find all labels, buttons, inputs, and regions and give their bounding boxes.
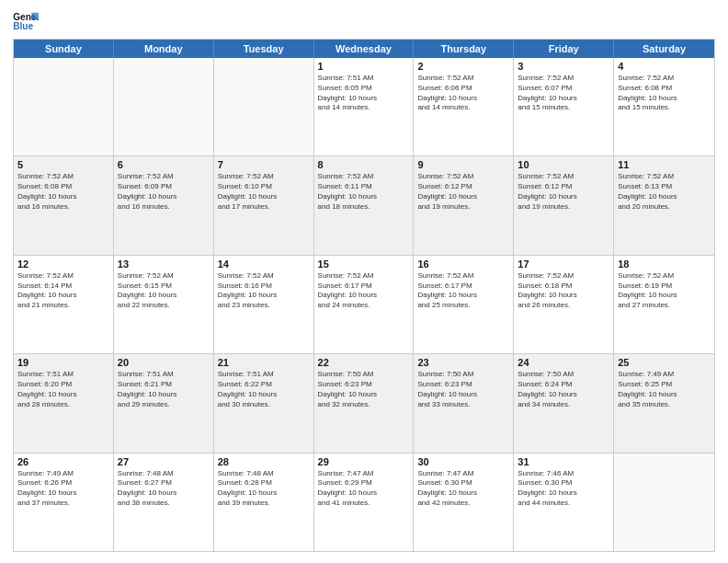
calendar-header-cell: Friday <box>514 40 614 58</box>
calendar-row: 5Sunrise: 7:52 AM Sunset: 6:08 PM Daylig… <box>14 156 714 255</box>
calendar-row: 19Sunrise: 7:51 AM Sunset: 6:20 PM Dayli… <box>14 354 714 453</box>
calendar-cell: 7Sunrise: 7:52 AM Sunset: 6:10 PM Daylig… <box>214 156 314 254</box>
day-info: Sunrise: 7:50 AM Sunset: 6:23 PM Dayligh… <box>417 370 509 409</box>
day-number: 2 <box>417 61 509 72</box>
calendar-cell: 4Sunrise: 7:52 AM Sunset: 6:08 PM Daylig… <box>614 58 714 155</box>
calendar-header-cell: Thursday <box>414 40 514 58</box>
calendar-row: 1Sunrise: 7:51 AM Sunset: 6:05 PM Daylig… <box>14 58 714 156</box>
day-number: 24 <box>518 357 609 368</box>
day-info: Sunrise: 7:51 AM Sunset: 6:21 PM Dayligh… <box>118 370 210 409</box>
day-info: Sunrise: 7:48 AM Sunset: 6:28 PM Dayligh… <box>218 469 310 509</box>
day-number: 19 <box>17 357 109 368</box>
logo: General Blue <box>13 11 39 31</box>
calendar-cell: 26Sunrise: 7:49 AM Sunset: 6:26 PM Dayli… <box>14 454 114 551</box>
day-number: 30 <box>417 456 509 467</box>
calendar-row: 12Sunrise: 7:52 AM Sunset: 6:14 PM Dayli… <box>14 256 714 354</box>
day-number: 12 <box>17 259 109 270</box>
calendar-cell: 1Sunrise: 7:51 AM Sunset: 6:05 PM Daylig… <box>314 58 415 155</box>
calendar-cell: 3Sunrise: 7:52 AM Sunset: 6:07 PM Daylig… <box>514 58 614 155</box>
day-info: Sunrise: 7:52 AM Sunset: 6:17 PM Dayligh… <box>417 271 509 311</box>
day-number: 7 <box>218 159 310 170</box>
calendar-header-cell: Monday <box>114 40 214 58</box>
day-number: 31 <box>518 456 609 467</box>
calendar-cell: 21Sunrise: 7:51 AM Sunset: 6:22 PM Dayli… <box>214 354 314 452</box>
calendar-cell: 22Sunrise: 7:50 AM Sunset: 6:23 PM Dayli… <box>314 354 415 452</box>
day-number: 20 <box>118 357 210 368</box>
page: General Blue SundayMondayTuesdayWednesda… <box>0 0 728 563</box>
calendar-cell: 27Sunrise: 7:48 AM Sunset: 6:27 PM Dayli… <box>114 454 214 551</box>
calendar-cell: 18Sunrise: 7:52 AM Sunset: 6:19 PM Dayli… <box>614 256 714 353</box>
day-info: Sunrise: 7:49 AM Sunset: 6:26 PM Dayligh… <box>17 469 109 509</box>
day-info: Sunrise: 7:51 AM Sunset: 6:05 PM Dayligh… <box>318 74 410 113</box>
day-number: 11 <box>618 159 711 170</box>
day-info: Sunrise: 7:52 AM Sunset: 6:07 PM Dayligh… <box>518 74 609 113</box>
day-info: Sunrise: 7:52 AM Sunset: 6:18 PM Dayligh… <box>518 271 609 311</box>
day-number: 17 <box>518 259 609 270</box>
day-number: 26 <box>17 456 109 467</box>
day-info: Sunrise: 7:52 AM Sunset: 6:06 PM Dayligh… <box>417 74 509 113</box>
calendar-cell: 14Sunrise: 7:52 AM Sunset: 6:16 PM Dayli… <box>214 256 314 353</box>
calendar-cell: 15Sunrise: 7:52 AM Sunset: 6:17 PM Dayli… <box>314 256 415 353</box>
day-info: Sunrise: 7:52 AM Sunset: 6:12 PM Dayligh… <box>518 172 609 212</box>
day-number: 13 <box>118 259 210 270</box>
calendar-cell: 9Sunrise: 7:52 AM Sunset: 6:12 PM Daylig… <box>414 156 514 254</box>
day-info: Sunrise: 7:52 AM Sunset: 6:10 PM Dayligh… <box>218 172 310 212</box>
day-number: 25 <box>618 357 711 368</box>
day-number: 14 <box>218 259 310 270</box>
day-number: 4 <box>618 61 711 72</box>
calendar-cell: 2Sunrise: 7:52 AM Sunset: 6:06 PM Daylig… <box>414 58 514 155</box>
day-info: Sunrise: 7:52 AM Sunset: 6:11 PM Dayligh… <box>318 172 410 212</box>
day-info: Sunrise: 7:50 AM Sunset: 6:24 PM Dayligh… <box>518 370 609 409</box>
day-number: 28 <box>218 456 310 467</box>
calendar-cell: 17Sunrise: 7:52 AM Sunset: 6:18 PM Dayli… <box>514 256 614 353</box>
calendar-cell: 19Sunrise: 7:51 AM Sunset: 6:20 PM Dayli… <box>14 354 114 452</box>
calendar-header-cell: Sunday <box>14 40 114 58</box>
calendar: SundayMondayTuesdayWednesdayThursdayFrid… <box>13 39 715 552</box>
calendar-cell: 28Sunrise: 7:48 AM Sunset: 6:28 PM Dayli… <box>214 454 314 551</box>
calendar-cell: 13Sunrise: 7:52 AM Sunset: 6:15 PM Dayli… <box>114 256 214 353</box>
day-info: Sunrise: 7:47 AM Sunset: 6:29 PM Dayligh… <box>318 469 410 509</box>
day-number: 3 <box>518 61 609 72</box>
calendar-cell: 12Sunrise: 7:52 AM Sunset: 6:14 PM Dayli… <box>14 256 114 353</box>
day-info: Sunrise: 7:52 AM Sunset: 6:09 PM Dayligh… <box>118 172 210 212</box>
header: General Blue <box>13 11 715 31</box>
day-number: 10 <box>518 159 609 170</box>
day-info: Sunrise: 7:46 AM Sunset: 6:30 PM Dayligh… <box>518 469 609 509</box>
logo-icon: General Blue <box>13 11 39 31</box>
calendar-cell: 23Sunrise: 7:50 AM Sunset: 6:23 PM Dayli… <box>414 354 514 452</box>
day-number: 23 <box>417 357 509 368</box>
calendar-cell: 24Sunrise: 7:50 AM Sunset: 6:24 PM Dayli… <box>514 354 614 452</box>
calendar-cell: 20Sunrise: 7:51 AM Sunset: 6:21 PM Dayli… <box>114 354 214 452</box>
day-number: 18 <box>618 259 711 270</box>
day-info: Sunrise: 7:52 AM Sunset: 6:15 PM Dayligh… <box>118 271 210 311</box>
calendar-cell: 10Sunrise: 7:52 AM Sunset: 6:12 PM Dayli… <box>514 156 614 254</box>
calendar-cell: 16Sunrise: 7:52 AM Sunset: 6:17 PM Dayli… <box>414 256 514 353</box>
day-info: Sunrise: 7:52 AM Sunset: 6:16 PM Dayligh… <box>218 271 310 311</box>
calendar-cell: 11Sunrise: 7:52 AM Sunset: 6:13 PM Dayli… <box>614 156 714 254</box>
calendar-cell: 30Sunrise: 7:47 AM Sunset: 6:30 PM Dayli… <box>414 454 514 551</box>
calendar-cell: 25Sunrise: 7:49 AM Sunset: 6:25 PM Dayli… <box>614 354 714 452</box>
day-number: 5 <box>17 159 109 170</box>
day-number: 21 <box>218 357 310 368</box>
calendar-cell: 8Sunrise: 7:52 AM Sunset: 6:11 PM Daylig… <box>314 156 415 254</box>
day-number: 27 <box>118 456 210 467</box>
day-number: 9 <box>417 159 509 170</box>
day-info: Sunrise: 7:52 AM Sunset: 6:08 PM Dayligh… <box>17 172 109 212</box>
day-number: 29 <box>318 456 410 467</box>
calendar-cell <box>14 58 114 155</box>
day-info: Sunrise: 7:51 AM Sunset: 6:20 PM Dayligh… <box>17 370 109 409</box>
calendar-header-cell: Wednesday <box>314 40 415 58</box>
day-info: Sunrise: 7:47 AM Sunset: 6:30 PM Dayligh… <box>417 469 509 509</box>
calendar-header-cell: Saturday <box>614 40 714 58</box>
day-info: Sunrise: 7:52 AM Sunset: 6:17 PM Dayligh… <box>318 271 410 311</box>
day-number: 6 <box>118 159 210 170</box>
calendar-cell <box>214 58 314 155</box>
day-number: 16 <box>417 259 509 270</box>
calendar-cell: 6Sunrise: 7:52 AM Sunset: 6:09 PM Daylig… <box>114 156 214 254</box>
calendar-cell <box>614 454 714 551</box>
calendar-header-cell: Tuesday <box>214 40 314 58</box>
calendar-body: 1Sunrise: 7:51 AM Sunset: 6:05 PM Daylig… <box>14 58 714 551</box>
day-number: 22 <box>318 357 410 368</box>
day-info: Sunrise: 7:52 AM Sunset: 6:12 PM Dayligh… <box>417 172 509 212</box>
day-info: Sunrise: 7:52 AM Sunset: 6:08 PM Dayligh… <box>618 74 711 113</box>
